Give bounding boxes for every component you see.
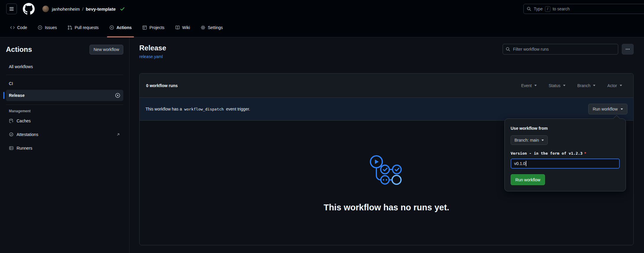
sidebar-item-attestations[interactable]: Attestations <box>6 129 123 140</box>
version-input[interactable]: v0.1.0 <box>511 158 620 169</box>
tab-label: Issues <box>45 25 57 30</box>
github-logo-icon[interactable] <box>23 3 35 15</box>
banner-text-post: event trigger. <box>226 107 250 111</box>
event-filter-dropdown[interactable]: Event <box>521 83 537 88</box>
runners-label: Runners <box>17 146 32 150</box>
sidebar-divider <box>6 75 123 75</box>
actions-empty-state-illustration <box>368 154 405 186</box>
banner-text: This workflow has a workflow_dispatch ev… <box>146 107 250 111</box>
management-section-label: Management <box>6 109 123 113</box>
actions-sidebar: Actions New workflow All workflows CI Re… <box>0 37 130 253</box>
workflow-ci-label: CI <box>9 81 13 86</box>
kebab-icon <box>625 47 630 52</box>
new-workflow-button[interactable]: New workflow <box>90 45 123 55</box>
cache-database-icon <box>9 119 14 123</box>
global-search-input[interactable]: Type / to search <box>523 4 644 14</box>
table-icon <box>142 25 147 30</box>
tab-label: Code <box>17 25 27 30</box>
chevron-down-icon <box>541 140 544 141</box>
sidebar-item-workflow-ci[interactable]: CI <box>6 79 123 88</box>
filter-search-icon <box>506 47 510 52</box>
actor-filter-label: Actor <box>607 83 617 88</box>
branch-filter-label: Branch <box>577 83 590 88</box>
tab-label: Pull requests <box>75 25 99 30</box>
branch-select-button[interactable]: Branch: main <box>511 135 548 145</box>
hamburger-icon <box>9 7 14 11</box>
verified-badge-icon <box>9 132 14 137</box>
sidebar-item-runners[interactable]: Runners <box>6 142 123 154</box>
tab-wiki[interactable]: Wiki <box>173 18 192 37</box>
chevron-down-icon <box>534 85 537 86</box>
run-workflow-dropdown-button[interactable]: Run workflow <box>588 104 627 114</box>
workflow-dispatch-banner: This workflow has a workflow_dispatch ev… <box>140 98 633 121</box>
workflow-heading-group: Release release.yaml <box>139 44 166 59</box>
breadcrumb-separator: / <box>80 7 86 12</box>
run-workflow-popup: Use workflow from Branch: main Version -… <box>504 119 626 191</box>
branch-filter-dropdown[interactable]: Branch <box>577 83 595 88</box>
all-workflows-label: All workflows <box>9 64 33 69</box>
tab-pull-requests[interactable]: Pull requests <box>65 18 101 37</box>
search-placeholder-post: to search <box>553 7 570 11</box>
required-marker: * <box>584 151 587 156</box>
chevron-down-icon <box>620 85 622 86</box>
tab-label: Settings <box>208 25 223 30</box>
commit-check-icon <box>120 6 125 12</box>
tab-projects[interactable]: Projects <box>140 18 167 37</box>
branch-select-label: Branch: main <box>514 138 539 142</box>
repo-tab-nav: Code Issues Pull requests Actions Projec… <box>0 18 644 37</box>
search-icon <box>527 7 531 11</box>
issue-opened-icon <box>38 25 42 30</box>
breadcrumb-owner[interactable]: janhohenheim <box>52 7 80 12</box>
chevron-down-icon <box>563 85 565 86</box>
play-circle-icon <box>109 25 114 30</box>
banner-text-pre: This workflow has a <box>146 107 182 111</box>
attestations-label: Attestations <box>17 132 38 137</box>
app-header: janhohenheim / bevy-template Type / to s… <box>0 0 644 18</box>
workflow-file-link[interactable]: release.yaml <box>139 54 166 59</box>
gear-icon <box>201 25 205 30</box>
filter-workflow-runs-input[interactable] <box>503 44 618 55</box>
popup-run-workflow-button[interactable]: Run workflow <box>511 174 545 185</box>
breadcrumb: janhohenheim / bevy-template <box>52 7 116 12</box>
version-field-label: Version - in the form of v1.2.3* <box>511 151 620 156</box>
slash-key-badge: / <box>545 6 550 12</box>
breadcrumb-repo[interactable]: bevy-template <box>86 7 116 12</box>
run-workflow-label: Run workflow <box>593 107 618 111</box>
git-pull-request-icon <box>68 25 72 30</box>
page-title: Release <box>139 44 166 52</box>
status-filter-label: Status <box>549 83 560 88</box>
runs-table-header: 0 workflow runs Event Status Branch Acto… <box>140 73 633 98</box>
workflow-release-label: Release <box>9 93 25 98</box>
runs-count: 0 workflow runs <box>146 83 178 88</box>
sidebar-item-workflow-release[interactable]: Release <box>6 90 123 101</box>
chevron-down-icon <box>593 85 595 86</box>
sidebar-divider <box>6 105 123 105</box>
code-icon <box>10 25 15 30</box>
actor-filter-dropdown[interactable]: Actor <box>607 83 622 88</box>
user-avatar[interactable] <box>42 6 49 12</box>
tab-issues[interactable]: Issues <box>35 18 59 37</box>
workflow-dispatch-play-icon <box>115 93 120 98</box>
sidebar-item-all-workflows[interactable]: All workflows <box>6 62 123 71</box>
text-cursor <box>526 161 526 166</box>
tab-label: Actions <box>116 25 132 30</box>
version-label-text: Version - in the form of v1.2.3 <box>511 151 583 156</box>
tab-actions[interactable]: Actions <box>107 18 134 37</box>
search-placeholder-pre: Type <box>534 7 543 11</box>
external-link-arrow-icon <box>116 132 120 137</box>
empty-state-message: This workflow has no runs yet. <box>140 203 633 212</box>
sidebar-item-caches[interactable]: Caches <box>6 115 123 127</box>
event-filter-label: Event <box>521 83 532 88</box>
banner-code: workflow_dispatch <box>183 107 225 111</box>
hamburger-menu-button[interactable] <box>6 4 17 14</box>
tab-label: Projects <box>149 25 164 30</box>
tab-label: Wiki <box>182 25 190 30</box>
chevron-down-icon <box>621 108 623 110</box>
tab-code[interactable]: Code <box>8 18 29 37</box>
server-icon <box>9 146 14 150</box>
status-filter-dropdown[interactable]: Status <box>549 83 565 88</box>
version-input-value: v0.1.0 <box>514 161 525 166</box>
caches-label: Caches <box>17 119 31 123</box>
tab-settings[interactable]: Settings <box>198 18 225 37</box>
workflow-options-kebab-button[interactable] <box>622 44 634 55</box>
